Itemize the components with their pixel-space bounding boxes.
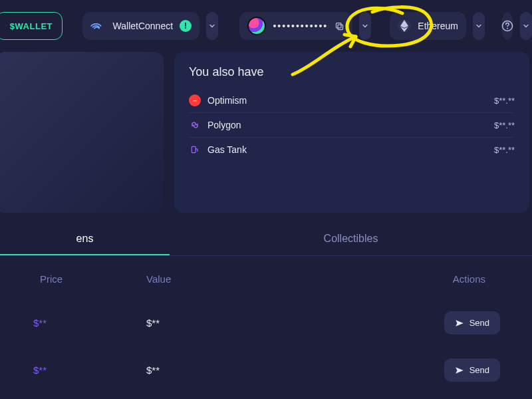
network-chevron[interactable] — [473, 12, 485, 40]
token-row: $** $** Send — [0, 299, 532, 346]
col-actions: Actions — [326, 273, 532, 285]
tab-tokens[interactable]: ens — [0, 223, 170, 255]
you-also-have-heading: You also have — [189, 65, 515, 79]
cards-row: You also have – Optimism $**.** Polygon … — [0, 52, 532, 222]
token-row: $** $** Send — [0, 346, 532, 394]
send-button[interactable]: Send — [444, 311, 500, 334]
send-button[interactable]: Send — [444, 358, 500, 382]
chevron-down-icon — [208, 22, 216, 30]
network-selector[interactable]: Ethereum — [390, 12, 466, 40]
account-pill[interactable]: •••••••••••• — [239, 12, 352, 40]
optimism-icon: – — [189, 94, 201, 106]
network-name: Polygon — [207, 120, 241, 130]
token-value: $** — [146, 364, 326, 376]
help-chevron[interactable] — [520, 12, 532, 40]
network-value: $**.** — [494, 145, 515, 155]
help-button[interactable] — [501, 12, 513, 40]
chevron-down-icon — [361, 22, 369, 30]
top-bar: $WALLET WalletConnect ! •••••••••••• Eth… — [0, 0, 532, 52]
tab-collectibles[interactable]: Collectibles — [170, 223, 532, 255]
gastank-icon — [189, 144, 201, 156]
token-price: $** — [0, 317, 146, 329]
svg-rect-0 — [338, 25, 343, 30]
chevron-down-icon — [475, 22, 483, 30]
token-value: $** — [146, 317, 326, 329]
network-row[interactable]: Polygon $**.** — [189, 113, 515, 138]
wallet-token-icon — [6, 22, 7, 30]
svg-rect-1 — [336, 23, 342, 28]
svg-point-3 — [507, 28, 508, 29]
walletconnect-status-badge: ! — [180, 20, 192, 32]
account-chevron[interactable] — [359, 12, 371, 40]
help-icon — [501, 20, 513, 32]
svg-rect-4 — [192, 146, 196, 152]
wallet-token-label: $WALLET — [10, 21, 53, 31]
token-table-header: Price Value Actions — [0, 256, 532, 299]
token-price: $** — [0, 364, 146, 376]
send-icon — [455, 366, 464, 375]
copy-icon[interactable] — [334, 21, 344, 31]
network-value: $**.** — [494, 96, 515, 106]
account-address-masked: •••••••••••• — [273, 21, 328, 31]
asset-tabs: ens Collectibles — [0, 223, 532, 256]
col-price: Price — [0, 273, 146, 285]
account-avatar-icon — [247, 17, 266, 35]
send-label: Send — [469, 365, 489, 375]
network-label: Ethereum — [418, 21, 458, 31]
walletconnect-pill[interactable]: WalletConnect ! — [82, 12, 200, 40]
network-name: Optimism — [207, 95, 247, 106]
send-icon — [455, 319, 464, 328]
network-row[interactable]: Gas Tank $**.** — [189, 138, 515, 162]
network-row[interactable]: – Optimism $**.** — [189, 88, 515, 113]
network-name: Gas Tank — [207, 144, 247, 155]
walletconnect-label: WalletConnect — [113, 21, 174, 31]
walletconnect-chevron[interactable] — [206, 12, 218, 40]
balance-card-placeholder — [0, 52, 164, 213]
send-label: Send — [469, 318, 489, 328]
polygon-icon — [189, 119, 201, 131]
col-value: Value — [146, 273, 326, 285]
ethereum-icon — [398, 19, 411, 33]
chevron-down-icon — [522, 22, 530, 30]
network-value: $**.** — [494, 120, 515, 130]
you-also-have-card: You also have – Optimism $**.** Polygon … — [174, 52, 529, 213]
walletconnect-icon — [90, 18, 106, 34]
wallet-token-pill[interactable]: $WALLET — [0, 12, 63, 40]
